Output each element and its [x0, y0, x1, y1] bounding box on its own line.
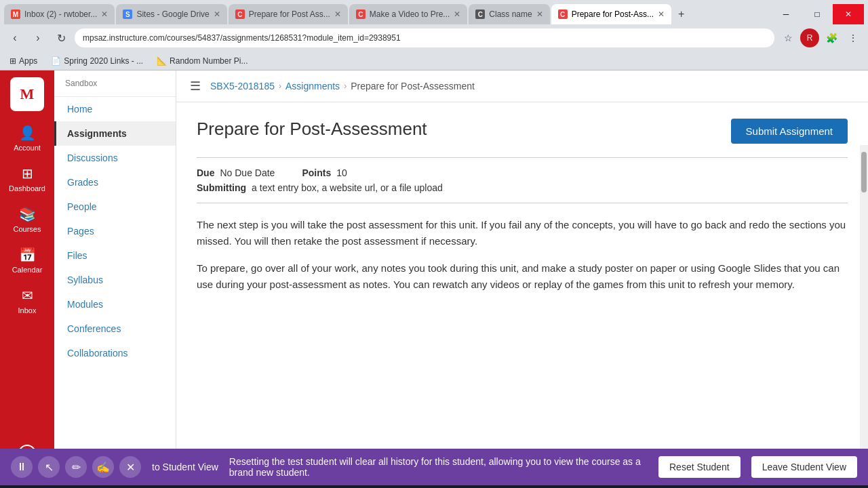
- bookmark-label: Random Number Pi...: [170, 56, 248, 66]
- nav-home[interactable]: Home: [54, 97, 176, 121]
- pointer-button[interactable]: ↖: [38, 456, 60, 478]
- sidebar-item-courses[interactable]: 📚 Courses: [3, 201, 52, 239]
- maximize-button[interactable]: □: [802, 4, 833, 24]
- menu-icon[interactable]: ⋮: [844, 28, 863, 47]
- main-content: ☰ SBX5-2018185 › Assignments › Prepare f…: [176, 70, 868, 485]
- profile-icon[interactable]: R: [800, 28, 819, 47]
- body-paragraph-1: The next step is you will take the post …: [197, 217, 848, 249]
- random-icon: 📐: [157, 56, 167, 66]
- courses-icon: 📚: [19, 206, 36, 222]
- submitting-value: a text entry box, a website url, or a fi…: [252, 182, 443, 193]
- sandbox-label: Sandbox: [54, 70, 176, 97]
- body-paragraph-2: To prepare, go over all of your work, an…: [197, 260, 848, 293]
- tab-label: Prepare for Post-Ass...: [572, 9, 654, 19]
- meta-submitting-row: Submitting a text entry box, a website u…: [197, 182, 848, 193]
- submit-assignment-button[interactable]: Submit Assignment: [731, 119, 848, 144]
- forward-button[interactable]: ›: [28, 28, 47, 47]
- nav-pages[interactable]: Pages: [54, 219, 176, 243]
- sidebar-item-label: Account: [14, 144, 41, 152]
- assignment-title: Prepare for Post-Assessment: [197, 119, 427, 140]
- tab-prepare1[interactable]: C Prepare for Post Ass... ✕: [229, 4, 348, 24]
- back-button[interactable]: ‹: [5, 28, 24, 47]
- tab-label: Inbox (2) - rwtober...: [24, 9, 97, 19]
- sidebar-item-label: Calendar: [12, 266, 43, 274]
- bookmark-label: Apps: [19, 56, 37, 66]
- apps-icon: ⊞: [9, 56, 16, 66]
- sidebar-item-account[interactable]: 👤 Account: [3, 119, 52, 157]
- nav-people[interactable]: People: [54, 195, 176, 219]
- calendar-icon: 📅: [19, 247, 36, 263]
- bookmark-apps[interactable]: ⊞ Apps: [5, 55, 41, 67]
- nav-collaborations[interactable]: Collaborations: [54, 341, 176, 365]
- tab-close-icon[interactable]: ✕: [536, 9, 543, 19]
- breadcrumb-assignments-link[interactable]: Assignments: [285, 81, 340, 92]
- inbox-icon: ✉: [22, 287, 33, 304]
- student-view-controls: ⏸ ↖ ✏ ✍ ✕: [11, 456, 141, 478]
- tab-close-icon[interactable]: ✕: [658, 9, 665, 19]
- leave-student-view-button[interactable]: Leave Student View: [751, 456, 857, 478]
- assignment-meta: Due No Due Date Points 10 Submitting a t…: [197, 157, 848, 203]
- extension-icon[interactable]: 🧩: [822, 28, 841, 47]
- nav-syllabus[interactable]: Syllabus: [54, 268, 176, 292]
- close-button[interactable]: ✕: [833, 4, 864, 24]
- due-label: Due: [197, 167, 214, 178]
- breadcrumb-separator: ›: [344, 81, 347, 91]
- nav-files[interactable]: Files: [54, 243, 176, 268]
- due-value: No Due Date: [220, 167, 275, 178]
- tab-label: Class name: [489, 9, 532, 19]
- tab-video[interactable]: C Make a Video to Pre... ✕: [349, 4, 468, 24]
- tab-gmail[interactable]: M Inbox (2) - rwtober... ✕: [4, 4, 115, 24]
- sidebar-item-inbox[interactable]: ✉ Inbox: [3, 282, 52, 320]
- due-item: Due No Due Date: [197, 167, 275, 178]
- sidebar-item-dashboard[interactable]: ⊞ Dashboard: [3, 160, 52, 198]
- reset-student-button[interactable]: Reset Student: [658, 456, 741, 478]
- taskbar: 🔍 🎬 Screencastify - ... 📷 Camera Roll C …: [0, 485, 868, 488]
- breadcrumb-course-link[interactable]: SBX5-2018185: [210, 81, 275, 92]
- bookmark-spring[interactable]: 📄 Spring 2020 Links - ...: [47, 55, 147, 67]
- student-view-notice: Resetting the test student will clear al…: [229, 456, 648, 478]
- canvas-logo[interactable]: M: [10, 77, 44, 111]
- scroll-track[interactable]: [860, 145, 868, 449]
- pen-button[interactable]: ✏: [65, 456, 87, 478]
- sidebar-item-label: Dashboard: [9, 184, 45, 192]
- hamburger-icon[interactable]: ☰: [190, 79, 201, 94]
- bookmark-icon[interactable]: ☆: [778, 28, 797, 47]
- new-tab-button[interactable]: +: [673, 8, 690, 20]
- student-view-bar: ⏸ ↖ ✏ ✍ ✕ to Student View Resetting the …: [0, 449, 868, 485]
- close-bar-button[interactable]: ✕: [119, 456, 141, 478]
- highlight-button[interactable]: ✍: [92, 456, 114, 478]
- bookmark-random[interactable]: 📐 Random Number Pi...: [153, 55, 252, 67]
- assignment-area: Prepare for Post-Assessment Submit Assig…: [176, 102, 868, 320]
- reload-button[interactable]: ↻: [52, 28, 71, 47]
- nav-discussions[interactable]: Discussions: [54, 146, 176, 170]
- points-label: Points: [302, 167, 331, 178]
- tab-label: Sites - Google Drive: [136, 9, 209, 19]
- nav-modules[interactable]: Modules: [54, 292, 176, 317]
- submitting-label: Submitting: [197, 182, 246, 193]
- tab-close-icon[interactable]: ✕: [214, 9, 220, 19]
- course-navigation: Sandbox Home Assignments Discussions Gra…: [54, 70, 176, 485]
- pause-button[interactable]: ⏸: [11, 456, 33, 478]
- meta-due-points-row: Due No Due Date Points 10: [197, 167, 848, 178]
- tab-gdrive[interactable]: S Sites - Google Drive ✕: [116, 4, 226, 24]
- assignment-header: Prepare for Post-Assessment Submit Assig…: [197, 119, 848, 144]
- tab-close-icon[interactable]: ✕: [454, 9, 460, 19]
- sidebar-item-label: Courses: [14, 225, 41, 233]
- student-view-label: to Student View: [152, 462, 218, 472]
- nav-grades[interactable]: Grades: [54, 170, 176, 195]
- scroll-thumb[interactable]: [861, 152, 867, 192]
- tab-prepare2[interactable]: C Prepare for Post-Ass... ✕: [551, 4, 671, 24]
- nav-assignments[interactable]: Assignments: [54, 121, 176, 146]
- tab-close-icon[interactable]: ✕: [334, 9, 341, 19]
- sidebar-item-label: Inbox: [18, 306, 37, 314]
- tab-label: Make a Video to Pre...: [370, 9, 450, 19]
- tab-classname[interactable]: C Class name ✕: [469, 4, 549, 24]
- nav-conferences[interactable]: Conferences: [54, 317, 176, 341]
- tab-close-icon[interactable]: ✕: [101, 9, 108, 19]
- address-bar[interactable]: [75, 28, 774, 47]
- sidebar-item-calendar[interactable]: 📅 Calendar: [3, 241, 52, 279]
- spring-icon: 📄: [51, 56, 61, 66]
- minimize-button[interactable]: ─: [770, 4, 802, 24]
- points-item: Points 10: [302, 167, 347, 178]
- dashboard-icon: ⊞: [22, 165, 33, 182]
